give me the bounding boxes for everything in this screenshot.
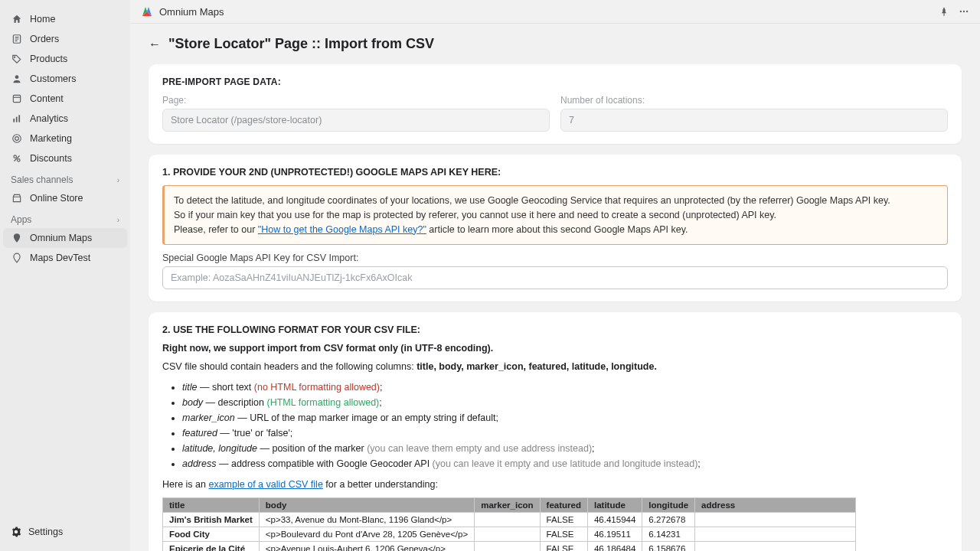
svg-point-2: [15, 75, 19, 79]
num-readonly-input: [560, 109, 948, 132]
nav-analytics[interactable]: Analytics: [3, 109, 127, 129]
nav-content[interactable]: Content: [3, 89, 127, 109]
step2-bold: Right now, we support import from CSV fo…: [162, 343, 948, 354]
analytics-icon: [11, 112, 23, 125]
table-header: longitude: [642, 498, 695, 513]
svg-point-7: [13, 135, 21, 143]
api-key-input[interactable]: [162, 266, 948, 289]
marketing-icon: [11, 132, 23, 145]
step1-heading: 1. PROVIDE YOUR 2ND (UNPROTECTED!) GOOGL…: [162, 167, 948, 178]
nav-orders[interactable]: Orders: [3, 29, 127, 49]
nav-marketing[interactable]: Marketing: [3, 129, 127, 148]
nav-omnium-maps[interactable]: Omnium Maps: [3, 228, 127, 248]
page-title: "Store Locator" Page :: Import from CSV: [168, 36, 434, 52]
sales-channels-header[interactable]: Sales channels›: [3, 168, 127, 188]
products-icon: [11, 53, 23, 65]
svg-rect-5: [16, 117, 18, 122]
example-line: Here is an example of a valid CSV file f…: [162, 479, 948, 490]
field-spec-list: title — short text (no HTML formatting a…: [162, 380, 948, 471]
api-help-link[interactable]: "How to get the Google Maps API key?": [258, 224, 426, 235]
back-arrow-icon[interactable]: ←: [149, 37, 161, 51]
table-header: address: [695, 498, 856, 513]
pin-action-icon[interactable]: [939, 6, 949, 17]
table-header: featured: [540, 498, 587, 513]
preimport-heading: PRE-IMPORT PAGE DATA:: [162, 77, 948, 87]
discounts-icon: [11, 152, 23, 165]
list-item: body — description (HTML formatting allo…: [182, 395, 948, 410]
svg-point-13: [966, 11, 968, 12]
page-readonly-input: [162, 109, 550, 132]
svg-point-10: [18, 159, 20, 162]
svg-point-8: [15, 137, 19, 141]
table-row: Epicerie de la Cité<p>Avenue Louis-Auber…: [163, 542, 856, 551]
chevron-right-icon: ›: [117, 216, 119, 224]
chevron-right-icon: ›: [117, 176, 119, 184]
svg-point-12: [963, 11, 965, 12]
num-label: Number of locations:: [560, 95, 948, 106]
pin-icon: [11, 232, 23, 244]
example-csv-link[interactable]: example of a valid CSV file: [208, 479, 322, 490]
list-item: featured — 'true' or 'false';: [182, 425, 948, 441]
svg-rect-3: [13, 95, 20, 102]
table-header: body: [259, 498, 474, 513]
more-icon[interactable]: [959, 6, 969, 17]
pin-icon: [11, 252, 23, 264]
preimport-card: PRE-IMPORT PAGE DATA: Page: Number of lo…: [149, 64, 962, 144]
step2-intro: CSV file should contain headers and the …: [162, 361, 948, 372]
table-header: latitude: [587, 498, 642, 513]
list-item: title — short text (no HTML formatting a…: [182, 380, 948, 395]
home-icon: [11, 13, 23, 25]
svg-point-1: [15, 57, 15, 57]
nav-discounts[interactable]: Discounts: [3, 148, 127, 168]
list-item: address — address compatible with Google…: [182, 456, 948, 471]
table-row: Jim's British Market<p>33, Avenue du Mon…: [163, 513, 856, 527]
nav-home[interactable]: Home: [3, 9, 127, 29]
table-header: marker_icon: [475, 498, 540, 513]
topbar: Omnium Maps: [130, 0, 980, 24]
page-label: Page:: [162, 95, 550, 106]
nav-products[interactable]: Products: [3, 49, 127, 69]
step2-card: 2. USE THE FOLLOWING FORMAT FOR YOUR CSV…: [149, 312, 962, 551]
api-warning-box: To detect the latitude, and longitude co…: [162, 185, 948, 245]
main: Omnium Maps ← "Store Locator" Page :: Im…: [130, 0, 980, 551]
customers-icon: [11, 73, 23, 85]
nav-customers[interactable]: Customers: [3, 69, 127, 89]
nav-maps-devtest[interactable]: Maps DevTest: [3, 248, 127, 268]
step2-heading: 2. USE THE FOLLOWING FORMAT FOR YOUR CSV…: [162, 324, 948, 335]
content-icon: [11, 93, 23, 105]
example-table: titlebodymarker_iconfeaturedlatitudelong…: [162, 497, 856, 551]
list-item: marker_icon — URL of the map marker imag…: [182, 410, 948, 425]
step1-card: 1. PROVIDE YOUR 2ND (UNPROTECTED!) GOOGL…: [149, 155, 962, 302]
table-row: Food City<p>Boulevard du Pont d'Arve 28,…: [163, 527, 856, 542]
list-item: latitude, longitude — position of the ma…: [182, 441, 948, 456]
app-logo-icon: [141, 5, 153, 18]
nav-primary: Home Orders Products Customers Content A…: [3, 9, 127, 168]
nav-online-store[interactable]: Online Store: [3, 188, 127, 208]
api-input-label: Special Google Maps API Key for CSV Impo…: [162, 253, 948, 263]
sidebar: Home Orders Products Customers Content A…: [0, 0, 130, 551]
table-header: title: [163, 498, 260, 513]
svg-point-11: [960, 11, 962, 12]
gear-icon: [11, 527, 21, 537]
nav-settings[interactable]: Settings: [3, 522, 127, 542]
content-scroll[interactable]: ← "Store Locator" Page :: Import from CS…: [130, 24, 980, 551]
svg-point-9: [14, 155, 17, 158]
svg-rect-4: [13, 119, 15, 122]
orders-icon: [11, 33, 23, 45]
app-title: Omnium Maps: [159, 6, 224, 18]
store-icon: [11, 192, 23, 204]
svg-rect-6: [18, 115, 20, 122]
apps-header[interactable]: Apps›: [3, 208, 127, 228]
